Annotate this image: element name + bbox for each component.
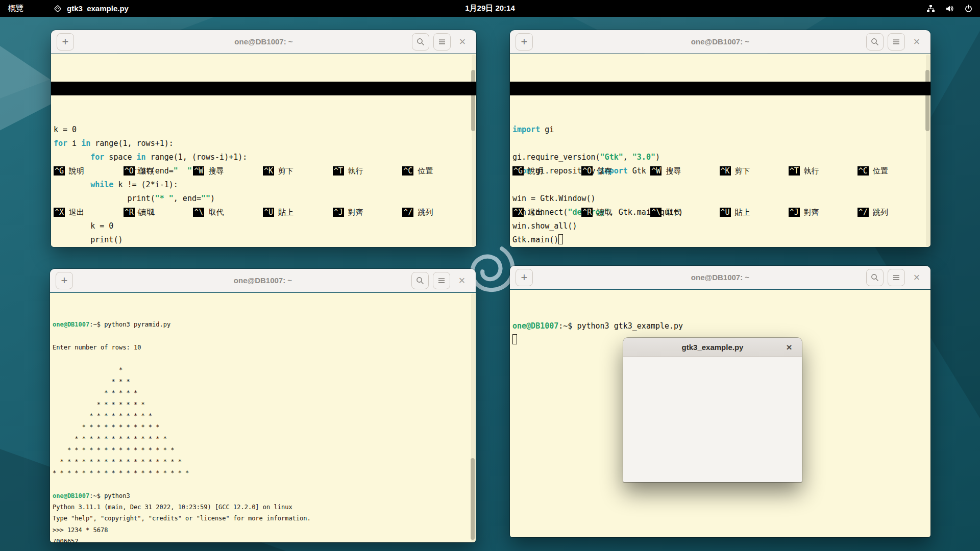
terminal-line: * * * * * * * * * [53,410,476,421]
nano-shortcut: ^R讀取 [581,206,650,219]
close-button[interactable]: × [909,269,924,286]
gtk-window-body [623,357,802,482]
search-icon [871,38,879,46]
gtk-close-button[interactable]: × [783,341,795,354]
terminal-line: * * * [53,376,476,387]
close-icon: × [459,274,465,287]
terminal-line [53,479,476,490]
new-tab-button[interactable]: + [516,269,533,286]
plus-icon: + [61,275,68,286]
nano-shortcut-bar: ^G說明^O儲存^W搜尋^K剪下^T執行^C位置 ^X退出^R讀取^\取代^U貼… [512,137,926,247]
scrollbar[interactable] [926,55,930,246]
hamburger-icon [437,277,446,285]
titlebar[interactable]: + one@DB1007: ~ × [510,30,930,54]
terminal-line: * * * * * [53,387,476,398]
nano-shortcut: ^\取代 [650,206,719,219]
nano-shortcut: ^/跳列 [402,206,472,219]
menu-button[interactable] [433,272,450,289]
terminal-line: * * * * * * * * * * * * * * * * * * * [53,467,476,479]
close-button[interactable]: × [454,272,470,289]
scrollbar[interactable] [472,55,476,246]
titlebar[interactable]: + one@DB1007: ~ × [50,269,476,292]
nano-shortcut: ^C位置 [857,164,926,178]
terminal-line: one@DB1007:~$ python3 gtk3_example.py [512,319,930,333]
close-icon: × [459,35,466,48]
text-cursor [512,334,517,344]
terminal-line: * * * * * * * * * * * * * * * [53,444,476,456]
nano-shortcut: ^R讀取 [124,206,193,219]
nano-shortcut: ^W搜尋 [193,164,263,178]
new-tab-button[interactable]: + [516,33,533,51]
terminal-line: * * * * * * * * * * * * * * * * * [53,456,476,467]
terminal-output: one@DB1007:~$ python3 pyramid.pyEnter nu… [50,316,476,542]
terminal-line: * * * * * * * * * * * [53,421,476,433]
terminal-screen-nano-pyramid[interactable]: GNU nano 7.2 pyramid.py k = 0for i in ra… [51,54,476,247]
terminal-line: * * * * * * * [53,399,476,410]
gtk-headerbar[interactable]: gtk3_example.py × [623,338,802,357]
nano-titlebar: GNU nano 7.2 pyramid.py [51,82,476,95]
terminal-line: Type "help", "copyright", "credits" or "… [53,513,476,524]
terminal-line: Python 3.11.1 (main, Dec 31 2022, 10:23:… [53,502,476,513]
nano-shortcut: ^X退出 [512,206,581,219]
nano-shortcut: ^\取代 [193,206,263,219]
nano-shortcut: ^K剪下 [263,164,333,178]
search-button[interactable] [412,33,429,51]
nano-shortcut: ^T執行 [333,164,403,178]
terminal-line [53,330,476,341]
search-icon [416,277,424,285]
titlebar[interactable]: + one@DB1007: ~ × [510,266,930,289]
menu-button[interactable] [888,33,905,51]
hamburger-icon [892,273,900,282]
nano-shortcut: ^O儲存 [581,164,650,178]
new-tab-button[interactable]: + [57,33,74,51]
terminal-screen-nano-gtk[interactable]: GNU nano 7.2 gtk3_example.py import gigi… [510,54,930,247]
search-icon [871,273,879,282]
nano-shortcut: ^G說明 [54,164,124,178]
nano-shortcut: ^T執行 [789,164,857,178]
plus-icon: + [62,36,69,47]
terminal-line: 7006652 [53,536,476,542]
close-icon: × [786,342,792,353]
terminal-line: one@DB1007:~$ python3 pyramid.py [53,319,476,330]
nano-shortcut: ^W搜尋 [650,164,719,178]
window-nano-gtk: + one@DB1007: ~ × GNU n [510,30,930,247]
menu-button[interactable] [888,269,905,286]
window-terminal-pyramid-run: + one@DB1007: ~ × one@DB1007:~ [50,269,476,542]
close-icon: × [914,35,920,48]
nano-shortcut: ^U貼上 [720,206,789,219]
new-tab-button[interactable]: + [56,272,73,289]
system-status-area[interactable] [926,5,973,13]
plus-icon: + [521,272,528,283]
top-panel: 概覽 gtk3_example.py 1月29日 20:14 [0,0,980,17]
volume-icon [945,5,954,13]
nano-shortcut: ^/跳列 [857,206,926,219]
nano-shortcut-bar: ^G說明^O儲存^W搜尋^K剪下^T執行^C位置 ^X退出^R讀取^\取代^U貼… [54,137,472,247]
titlebar[interactable]: + one@DB1007: ~ × [51,30,476,54]
search-button[interactable] [866,269,884,286]
nano-shortcut: ^O儲存 [124,164,193,178]
power-icon [964,5,973,13]
gtk-window-title: gtk3_example.py [682,343,744,352]
terminal-line [53,353,476,364]
close-button[interactable]: × [455,33,470,51]
terminal-line: >>> 1234 * 5678 [53,524,476,536]
nano-version: GNU nano 7.2 [60,95,115,109]
plus-icon: + [521,36,528,47]
close-icon: × [914,271,920,284]
search-button[interactable] [411,272,429,289]
terminal-screen-pyramid-run[interactable]: one@DB1007:~$ python3 pyramid.pyEnter nu… [50,293,476,542]
nano-shortcut: ^K剪下 [720,164,789,178]
nano-shortcut: ^U貼上 [263,206,333,219]
terminal-line: one@DB1007:~$ python3 [53,490,476,502]
scrollbar[interactable] [471,293,475,542]
gtk-app-window: gtk3_example.py × [623,338,802,482]
network-wired-icon [926,5,935,13]
nano-shortcut: ^G說明 [512,164,581,178]
clock[interactable]: 1月29日 20:14 [0,4,980,13]
search-icon [416,38,425,46]
window-nano-pyramid: + one@DB1007: ~ × GNU n [51,30,476,247]
search-button[interactable] [866,33,884,51]
menu-button[interactable] [433,33,451,51]
nano-titlebar: GNU nano 7.2 gtk3_example.py [510,82,930,95]
close-button[interactable]: × [909,33,924,51]
